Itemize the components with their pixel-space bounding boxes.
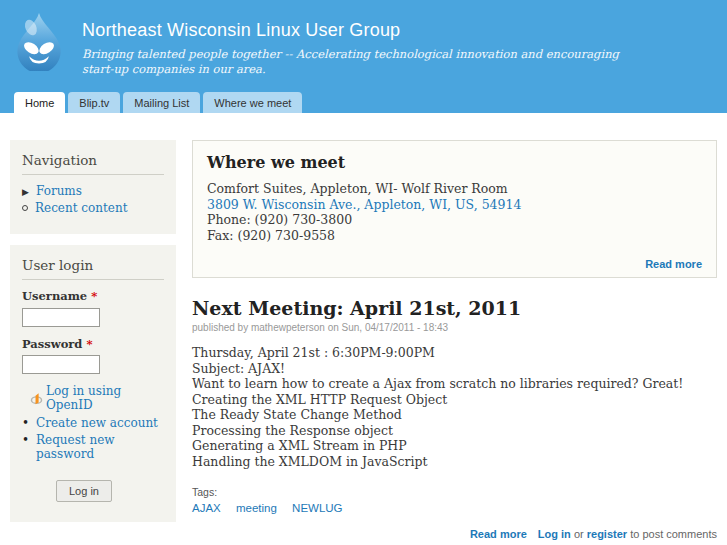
collapsed-arrow-icon: ▶	[22, 187, 36, 197]
where-we-meet-box: Where we meet Comfort Suites, Appleton, …	[192, 140, 717, 278]
required-marker: *	[91, 289, 97, 303]
venue-line: Comfort Suites, Appleton, WI- Wolf River…	[207, 181, 702, 197]
openid-login-link[interactable]: Log in using OpenID	[46, 384, 164, 412]
tab-mailing-list[interactable]: Mailing List	[123, 92, 200, 113]
create-account-link[interactable]: Create new account	[36, 416, 158, 430]
sidebar-item-recent-content[interactable]: Recent content	[22, 201, 164, 215]
tags-list: AJAX meeting NEWLUG	[192, 502, 717, 514]
body-line: Generating a XML Stream in PHP	[192, 438, 717, 454]
username-label-text: Username	[22, 289, 87, 303]
user-login-links: • Create new account • Request new passw…	[22, 416, 164, 461]
phone-line: Phone: (920) 730-3800	[207, 212, 702, 228]
main-content: Where we meet Comfort Suites, Appleton, …	[192, 140, 717, 545]
fax-line: Fax: (920) 730-9558	[207, 228, 702, 244]
leaf-bullet-icon	[22, 205, 28, 211]
tags-label: Tags:	[192, 486, 717, 498]
tab-home[interactable]: Home	[14, 92, 65, 113]
address-link[interactable]: 3809 W. Wisconsin Ave., Appleton, WI, US…	[207, 197, 521, 212]
tag-link-ajax[interactable]: AJAX	[192, 502, 221, 514]
tab-where-we-meet[interactable]: Where we meet	[203, 92, 302, 113]
site-slogan: Bringing talented people together -- Acc…	[82, 47, 627, 76]
username-label: Username *	[22, 289, 164, 303]
list-item[interactable]: • Request new password	[22, 433, 164, 461]
body-line: Want to learn how to create a Ajax from …	[192, 376, 717, 392]
required-marker: *	[86, 337, 92, 351]
body-line: The Ready State Change Method	[192, 407, 717, 423]
list-item[interactable]: • Create new account	[22, 416, 164, 430]
tag-link-newlug[interactable]: NEWLUG	[292, 502, 342, 514]
recent-content-link[interactable]: Recent content	[35, 201, 127, 215]
user-login-block: User login Username * Password * Log in …	[10, 245, 176, 522]
where-we-meet-title[interactable]: Where we meet	[207, 153, 702, 172]
login-to-comment-link[interactable]: Log in	[538, 528, 571, 540]
username-form-item: Username *	[22, 289, 164, 327]
article-links-row: Read more Log in or register to post com…	[192, 528, 717, 540]
request-password-link[interactable]: Request new password	[36, 433, 164, 461]
or-text: or	[574, 528, 584, 540]
body-line: Creating the XML HTTP Request Object	[192, 392, 717, 408]
openid-login-row[interactable]: Log in using OpenID	[30, 384, 164, 412]
password-field[interactable]	[22, 355, 100, 374]
left-sidebar: Navigation ▶ Forums Recent content User …	[10, 140, 176, 533]
register-link[interactable]: register	[587, 528, 627, 540]
body-line: Processing the Response object	[192, 423, 717, 439]
body-line: Subject: AJAX!	[192, 361, 717, 377]
user-login-block-title: User login	[22, 257, 164, 280]
article-title[interactable]: Next Meeting: April 21st, 2011	[192, 297, 717, 319]
article-body: Thursday, April 21st : 6:30PM-9:00PM Sub…	[192, 345, 717, 469]
navigation-block: Navigation ▶ Forums Recent content	[10, 140, 176, 234]
primary-tabs: Home Blip.tv Mailing List Where we meet	[14, 92, 302, 113]
where-we-meet-read-more-link[interactable]: Read more	[645, 258, 702, 270]
dot-bullet-icon: •	[22, 416, 36, 430]
tag-link-meeting[interactable]: meeting	[236, 502, 277, 514]
forums-link[interactable]: Forums	[36, 184, 82, 198]
site-title[interactable]: Northeast Wisconsin Linux User Group	[82, 20, 400, 41]
article-read-more-link[interactable]: Read more	[470, 528, 527, 540]
password-form-item: Password *	[22, 337, 164, 375]
drupal-logo-icon[interactable]	[12, 11, 66, 71]
post-comments-text: to post comments	[630, 528, 717, 540]
navigation-menu: ▶ Forums Recent content	[22, 184, 164, 215]
body-line: Thursday, April 21st : 6:30PM-9:00PM	[192, 345, 717, 361]
body-line: Handling the XMLDOM in JavaScript	[192, 454, 717, 470]
site-header: Northeast Wisconsin Linux User Group Bri…	[0, 0, 727, 113]
dot-bullet-icon: •	[22, 433, 36, 447]
openid-icon	[30, 392, 43, 405]
login-button[interactable]: Log in	[56, 480, 112, 502]
password-label: Password *	[22, 337, 164, 351]
article-next-meeting: Next Meeting: April 21st, 2011 published…	[192, 297, 717, 545]
tab-blip-tv[interactable]: Blip.tv	[68, 92, 120, 113]
article-submitted-line: published by mathewpeterson on Sun, 04/1…	[192, 322, 717, 333]
sidebar-item-forums[interactable]: ▶ Forums	[22, 184, 164, 198]
navigation-block-title: Navigation	[22, 152, 164, 175]
password-label-text: Password	[22, 337, 82, 351]
username-field[interactable]	[22, 308, 100, 327]
